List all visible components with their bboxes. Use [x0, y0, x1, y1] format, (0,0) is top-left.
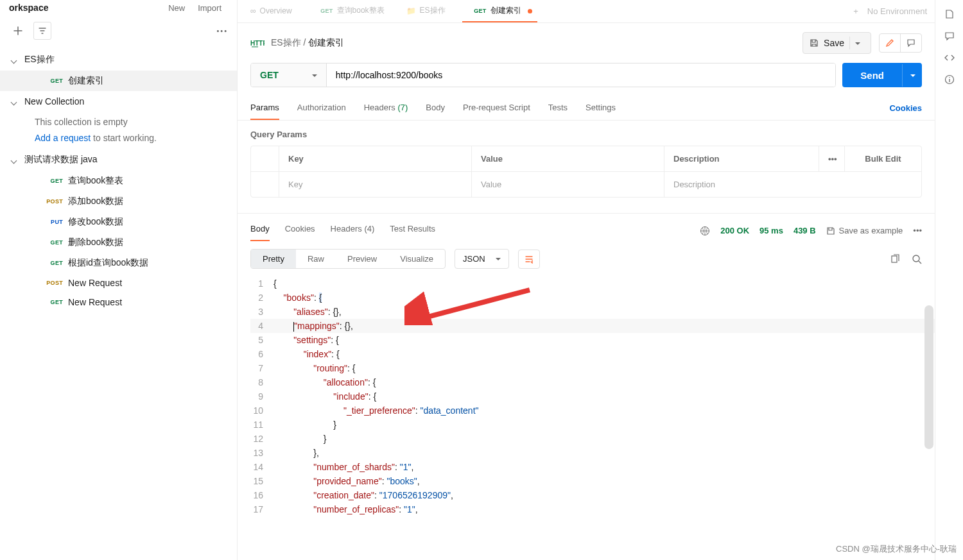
tab-params[interactable]: Params: [250, 96, 279, 120]
more-icon[interactable]: •••: [216, 27, 228, 35]
row-checkbox[interactable]: [251, 172, 279, 197]
breadcrumb-parent[interactable]: ES操作: [271, 37, 301, 47]
import-button[interactable]: Import: [191, 1, 228, 15]
line-number: 4: [250, 319, 273, 333]
info-icon[interactable]: [944, 74, 955, 85]
checkbox-header: [251, 146, 279, 171]
code-line[interactable]: 8 "allocation": {: [250, 375, 935, 389]
copy-icon[interactable]: [890, 254, 900, 264]
code-line[interactable]: 13 },: [250, 446, 935, 460]
view-mode-raw[interactable]: Raw: [296, 250, 336, 268]
more-icon[interactable]: •••: [819, 146, 844, 171]
comments-icon[interactable]: [944, 31, 955, 41]
cookies-link[interactable]: Cookies: [889, 103, 922, 113]
resp-tab-cookies[interactable]: Cookies: [285, 220, 315, 241]
tab-headers[interactable]: Headers (7): [364, 96, 408, 120]
add-request-link[interactable]: Add a request: [35, 133, 91, 143]
code-line[interactable]: 15 "provided_name": "books",: [250, 474, 935, 488]
tab-tests[interactable]: Tests: [548, 96, 568, 120]
code-line[interactable]: 7 "routing": {: [250, 361, 935, 375]
code-line[interactable]: 9 "include": {: [250, 389, 935, 403]
code-line[interactable]: 3 "aliases": {},: [250, 305, 935, 319]
folder-new-collection[interactable]: New Collection: [0, 91, 237, 112]
filter-icon[interactable]: [33, 22, 51, 40]
code-text: "aliases": {},: [273, 305, 342, 319]
edit-icon[interactable]: [880, 34, 900, 52]
search-icon[interactable]: [912, 254, 922, 264]
code-line[interactable]: 10 "_tier_preference": "data_content": [250, 403, 935, 418]
code-line[interactable]: 14 "number_of_shards": "1",: [250, 460, 935, 474]
wrap-lines-icon[interactable]: [518, 250, 540, 269]
code-line[interactable]: 6 "index": {: [250, 347, 935, 361]
globe-icon[interactable]: [700, 226, 710, 236]
request-item[interactable]: GET根据id查询book数据: [0, 253, 237, 273]
request-item[interactable]: PUT修改book数据: [0, 212, 237, 232]
method-select[interactable]: GET: [251, 64, 327, 87]
resp-tab-body[interactable]: Body: [250, 220, 270, 241]
add-tab-icon[interactable]: +: [853, 6, 858, 16]
line-number: 16: [250, 488, 273, 502]
folder-label: New Collection: [24, 96, 84, 106]
workspace-header: orkspace New Import: [0, 0, 237, 15]
request-label: 删除book数据: [68, 237, 123, 248]
save-dropdown-icon[interactable]: [849, 37, 864, 49]
code-text: "routing": {: [273, 361, 355, 375]
url-input[interactable]: [327, 64, 836, 87]
request-label: 添加book数据: [68, 196, 123, 207]
send-button[interactable]: Send: [842, 63, 922, 87]
code-line[interactable]: 11 }: [250, 418, 935, 432]
vertical-scrollbar[interactable]: [924, 305, 933, 449]
code-text: {: [273, 276, 277, 291]
tab-body[interactable]: Body: [426, 96, 445, 120]
tab-authorization[interactable]: Authorization: [297, 96, 346, 120]
code-line[interactable]: 2 "books": {: [250, 291, 935, 305]
method-badge: PUT: [44, 219, 63, 225]
value-input[interactable]: Value: [472, 172, 664, 197]
environment-selector[interactable]: No Environment: [867, 6, 927, 16]
code-line[interactable]: 5 "settings": {: [250, 333, 935, 347]
tab-create-index[interactable]: GET 创建索引: [462, 0, 537, 22]
desc-input[interactable]: Description: [664, 172, 819, 197]
add-icon[interactable]: [9, 22, 27, 40]
svg-point-3: [913, 255, 919, 262]
code-line[interactable]: 12 }: [250, 432, 935, 446]
code-line[interactable]: 1{: [250, 276, 935, 291]
tabs-row: ∞ Overview GET 查询book整表 📁 ES操作 GET 创建索引 …: [238, 0, 935, 23]
view-mode-preview[interactable]: Preview: [336, 250, 388, 268]
view-mode-pretty[interactable]: Pretty: [251, 250, 296, 268]
view-mode-visualize[interactable]: Visualize: [388, 250, 445, 268]
send-dropdown-icon[interactable]: [902, 64, 922, 87]
tab-overview[interactable]: ∞ Overview: [245, 0, 297, 22]
save-button[interactable]: Save: [802, 32, 871, 54]
code-icon[interactable]: [944, 53, 955, 63]
code-line[interactable]: 17 "number_of_replicas": "1",: [250, 502, 935, 516]
response-body-code[interactable]: 1{2 "books": {3 "aliases": {},4 "mapping…: [238, 276, 935, 560]
bulk-edit-button[interactable]: Bulk Edit: [844, 146, 921, 171]
tab-settings[interactable]: Settings: [586, 96, 616, 120]
comment-icon[interactable]: [900, 34, 921, 52]
code-line[interactable]: 4 "mappings": {},: [250, 319, 935, 333]
unsaved-dot-icon: [525, 6, 532, 15]
resp-tab-headers[interactable]: Headers (4): [331, 220, 375, 241]
table-row[interactable]: Key Value Description: [251, 171, 921, 197]
request-item[interactable]: GET 创建索引: [0, 71, 237, 91]
tab-query-book[interactable]: GET 查询book整表: [309, 0, 390, 22]
request-item[interactable]: POST添加book数据: [0, 191, 237, 212]
folder-test-java[interactable]: 测试请求数据 java: [0, 149, 237, 171]
tab-es-ops[interactable]: 📁 ES操作: [401, 0, 451, 22]
request-item[interactable]: POSTNew Request: [0, 273, 237, 293]
new-button[interactable]: New: [162, 1, 191, 15]
save-as-example-button[interactable]: Save as example: [826, 226, 903, 235]
request-item[interactable]: GETNew Request: [0, 293, 237, 312]
format-select[interactable]: JSON: [455, 249, 509, 269]
more-icon[interactable]: •••: [913, 226, 922, 235]
key-input[interactable]: Key: [279, 172, 472, 197]
code-line[interactable]: 16 "creation_date": "1706526192909",: [250, 488, 935, 502]
tab-prerequest[interactable]: Pre-request Script: [463, 96, 530, 120]
docs-icon[interactable]: [944, 9, 955, 19]
resp-tab-test-results[interactable]: Test Results: [390, 220, 435, 241]
method-url-box: GET: [250, 63, 836, 87]
request-item[interactable]: GET删除book数据: [0, 232, 237, 253]
request-item[interactable]: GET查询book整表: [0, 171, 237, 191]
folder-es[interactable]: ES操作: [0, 49, 237, 71]
